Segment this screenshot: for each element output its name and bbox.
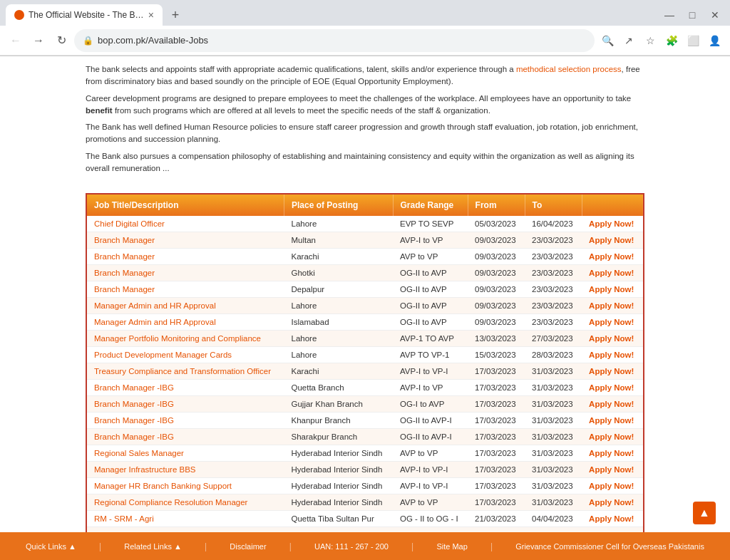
footer-grievance[interactable]: Grievance Commissioner Cell for Overseas… <box>515 542 704 551</box>
job-title-cell[interactable]: Branch Manager <box>87 265 284 281</box>
job-title-cell[interactable]: Branch Manager <box>87 232 284 249</box>
job-title-cell[interactable]: Branch Manager <box>87 249 284 265</box>
apply-now-button[interactable]: Apply Now! <box>582 462 643 478</box>
apply-now-button[interactable]: Apply Now! <box>582 413 643 429</box>
table-cell: 15/03/2023 <box>468 347 525 363</box>
table-cell: Lahore <box>284 527 393 533</box>
para-4: The Bank also pursues a compensation phi… <box>86 150 644 175</box>
job-title-cell[interactable]: Regional Sales Manager <box>87 445 284 462</box>
forward-button[interactable]: → <box>29 31 48 51</box>
apply-now-button[interactable]: Apply Now! <box>582 494 643 511</box>
apply-now-button[interactable]: Apply Now! <box>582 396 643 413</box>
apply-now-button[interactable]: Apply Now! <box>582 478 643 494</box>
apply-now-button[interactable]: Apply Now! <box>582 265 643 281</box>
back-button[interactable]: ← <box>6 31 26 51</box>
apply-now-button[interactable]: Apply Now! <box>582 380 643 396</box>
table-cell: AVP-1 TO AVP <box>393 331 468 347</box>
address-bar[interactable]: 🔒 bop.com.pk/Available-Jobs <box>74 29 595 52</box>
footer-sep-4: | <box>411 541 413 551</box>
bookmark-button[interactable]: ☆ <box>640 31 660 51</box>
job-title-cell[interactable]: Manager Admin and HR Approval <box>87 298 284 314</box>
job-title-cell[interactable]: Regional Compliance Resolution Manager <box>87 494 284 511</box>
job-title-cell[interactable]: Manager Portfolio Monitoring and Complia… <box>87 331 284 347</box>
apply-now-button[interactable]: Apply Now! <box>582 216 643 232</box>
maximize-button[interactable]: □ <box>683 6 701 24</box>
table-row: Manager Admin and HR ApprovalLahoreOG-II… <box>87 298 643 314</box>
tab-close-button[interactable]: × <box>148 9 154 21</box>
table-row: Chief Digital OfficerLahoreEVP TO SEVP05… <box>87 216 643 232</box>
table-cell: Hyderabad Interior Sindh <box>284 494 393 511</box>
table-row: RM - SRM - AgriQuetta Tiba Sultan PurOG … <box>87 511 643 527</box>
job-title-cell[interactable]: Branch Manager -IBG <box>87 429 284 445</box>
footer-sitemap[interactable]: Site Map <box>436 542 467 551</box>
table-cell: AVP-I to VP <box>393 380 468 396</box>
table-cell: 27/03/2023 <box>525 331 582 347</box>
table-row: Manager Admin and HR ApprovalIslamabadOG… <box>87 314 643 331</box>
apply-now-button[interactable]: Apply Now! <box>582 527 643 533</box>
active-tab[interactable]: The Official Website - The Bank ... × <box>6 4 163 26</box>
apply-now-button[interactable]: Apply Now! <box>582 249 643 265</box>
footer-related-links[interactable]: Related Links ▲ <box>124 542 182 551</box>
table-cell: OG - II to OG - I <box>393 527 468 533</box>
table-cell: 31/03/2023 <box>525 363 582 380</box>
apply-now-button[interactable]: Apply Now! <box>582 314 643 331</box>
table-cell: Hyderabad Interior Sindh <box>284 462 393 478</box>
table-row: Manager HR Branch Banking SupportHyderab… <box>87 478 643 494</box>
footer-quick-links[interactable]: Quick Links ▲ <box>26 542 76 551</box>
job-title-cell[interactable]: Branch Manager -IBG <box>87 380 284 396</box>
table-cell: 17/03/2023 <box>468 396 525 413</box>
search-button[interactable]: 🔍 <box>597 31 617 51</box>
apply-now-button[interactable]: Apply Now! <box>582 281 643 298</box>
job-title-cell[interactable]: RM - SRM - Agri <box>87 511 284 527</box>
job-title-cell[interactable]: Manager HR Branch Banking Support <box>87 478 284 494</box>
apply-now-button[interactable]: Apply Now! <box>582 445 643 462</box>
new-tab-button[interactable]: + <box>165 5 185 25</box>
job-title-cell[interactable]: Manager Admin and HR Approval <box>87 314 284 331</box>
table-cell: 17/03/2023 <box>468 363 525 380</box>
job-title-cell[interactable]: Treasury Compliance and Transformation O… <box>87 363 284 380</box>
profile-button[interactable]: 👤 <box>704 31 724 51</box>
jobs-table: Job Title/Description Place of Posting G… <box>87 195 643 532</box>
apply-now-button[interactable]: Apply Now! <box>582 347 643 363</box>
footer-disclaimer[interactable]: Disclaimer <box>230 542 266 551</box>
close-window-button[interactable]: ✕ <box>706 6 724 24</box>
table-row: Branch Manager -IBGGujjar Khan BranchOG-… <box>87 396 643 413</box>
job-title-cell[interactable]: Chief Digital Officer <box>87 216 284 232</box>
extensions-button[interactable]: 🧩 <box>662 31 682 51</box>
table-cell: Islamabad <box>284 314 393 331</box>
table-cell: 23/03/2023 <box>525 298 582 314</box>
apply-now-button[interactable]: Apply Now! <box>582 429 643 445</box>
job-title-cell[interactable]: Product Development Manager Cards <box>87 347 284 363</box>
apply-now-button[interactable]: Apply Now! <box>582 511 643 527</box>
table-cell: 13/03/2023 <box>468 331 525 347</box>
table-cell: 17/03/2023 <box>468 445 525 462</box>
job-title-cell[interactable]: Officer Insurance Agri <box>87 527 284 533</box>
table-row: Branch Manager -IBGSharakpur BranchOG-II… <box>87 429 643 445</box>
table-cell: Sharakpur Branch <box>284 429 393 445</box>
table-cell: Quetta Tiba Sultan Pur <box>284 511 393 527</box>
job-title-cell[interactable]: Branch Manager -IBG <box>87 396 284 413</box>
table-cell: 09/03/2023 <box>468 314 525 331</box>
table-cell: 09/03/2023 <box>468 232 525 249</box>
minimize-button[interactable]: — <box>660 6 679 24</box>
apply-now-button[interactable]: Apply Now! <box>582 232 643 249</box>
job-title-cell[interactable]: Manager Infrastructure BBS <box>87 462 284 478</box>
split-view-button[interactable]: ⬜ <box>683 31 703 51</box>
table-row: Branch Manager -IBGKhanpur BranchOG-II t… <box>87 413 643 429</box>
scroll-to-top-button[interactable]: ▲ <box>693 502 716 524</box>
lock-icon: 🔒 <box>83 36 93 46</box>
table-cell: 17/03/2023 <box>468 478 525 494</box>
apply-now-button[interactable]: Apply Now! <box>582 363 643 380</box>
apply-now-button[interactable]: Apply Now! <box>582 298 643 314</box>
table-cell: OG-II to AVP <box>393 314 468 331</box>
refresh-button[interactable]: ↻ <box>51 31 71 51</box>
share-button[interactable]: ↗ <box>619 31 639 51</box>
table-cell: 21/03/2023 <box>468 527 525 533</box>
job-title-cell[interactable]: Branch Manager -IBG <box>87 413 284 429</box>
table-cell: 31/03/2023 <box>525 396 582 413</box>
job-title-cell[interactable]: Branch Manager <box>87 281 284 298</box>
apply-now-button[interactable]: Apply Now! <box>582 331 643 347</box>
table-cell: 23/03/2023 <box>525 265 582 281</box>
table-body: Chief Digital OfficerLahoreEVP TO SEVP05… <box>87 216 643 532</box>
table-cell: Hyderabad Interior Sindh <box>284 445 393 462</box>
